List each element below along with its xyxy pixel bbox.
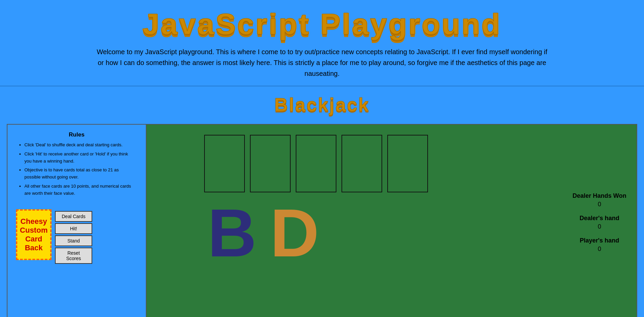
rule-item: Click 'Deal' to shuffle deck and deal st… — [24, 142, 136, 149]
card-slot-5 — [387, 135, 428, 192]
hit-button[interactable]: Hit! — [55, 223, 92, 234]
player-hand-value: 0 — [572, 246, 626, 253]
card-controls: Cheesy Custom Card Back Deal Cards Hit! … — [11, 209, 142, 264]
main-title: JavaScript Playground — [0, 3, 644, 43]
dealer-hands-won-label: Dealer Hands Won — [572, 192, 626, 199]
card-slot-1 — [204, 135, 245, 192]
rule-item: Click 'Hit' to receive another card or '… — [24, 151, 136, 165]
stand-button[interactable]: Stand — [55, 235, 92, 246]
card-slot-2 — [250, 135, 291, 192]
welcome-text: Welcome to my JavaScript playground. Thi… — [0, 43, 644, 82]
card-slot-3 — [296, 135, 336, 192]
reset-button[interactable]: Reset Scores — [55, 248, 92, 264]
green-table: B D Dealer Hands Won 0 Dealer's hand 0 P… — [147, 125, 637, 317]
rules-section: Rules Click 'Deal' to shuffle deck and d… — [11, 128, 142, 203]
rule-item: All other face cards are 10 points, and … — [24, 183, 136, 197]
left-panel: Rules Click 'Deal' to shuffle deck and d… — [7, 125, 147, 317]
header-divider — [0, 86, 644, 86]
big-letter-b: B — [208, 199, 256, 267]
dealer-hands-won-value: 0 — [572, 201, 626, 208]
deal-button[interactable]: Deal Cards — [55, 211, 92, 222]
game-container: Rules Click 'Deal' to shuffle deck and d… — [7, 124, 637, 317]
buttons-column: Deal Cards Hit! Stand Reset Scores — [55, 211, 92, 264]
dealer-hand-value: 0 — [572, 223, 626, 230]
rules-list: Click 'Deal' to shuffle deck and deal st… — [18, 142, 136, 197]
score-panel: Dealer Hands Won 0 Dealer's hand 0 Playe… — [572, 192, 626, 259]
card-back-display: Cheesy Custom Card Back — [16, 209, 52, 260]
player-hand-label: Player's hand — [572, 237, 626, 244]
header: JavaScript Playground Welcome to my Java… — [0, 0, 644, 124]
big-letter-d: D — [270, 199, 319, 267]
big-letters: B D — [208, 199, 319, 267]
dealer-hand-label: Dealer's hand — [572, 215, 626, 222]
rule-item: Objective is to have cards total as clos… — [24, 167, 136, 181]
blackjack-title: Blackjack — [0, 90, 644, 122]
card-slot-4 — [341, 135, 382, 192]
rules-title: Rules — [18, 131, 136, 138]
card-slots-row — [204, 135, 428, 192]
